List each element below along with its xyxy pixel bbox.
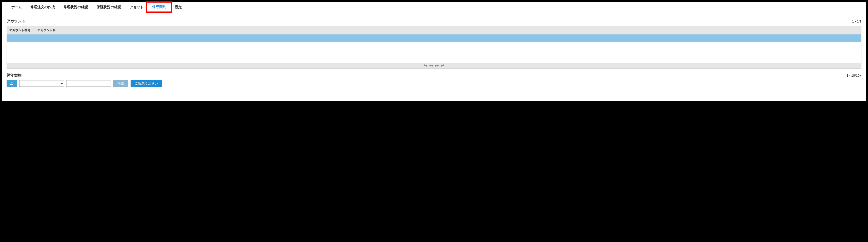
pager-last-icon[interactable]: ▶I [441,64,444,67]
nav-create-repair-order[interactable]: 修理注文の作成 [26,3,59,12]
nav-repair-status[interactable]: 修理状況の確認 [59,3,92,12]
nav-warranty-status[interactable]: 保証状況の確認 [92,3,125,12]
contract-toolbar: 検索 ご留意ください [7,80,861,87]
account-table: アカウント番号 アカウント名 I◀ ◀◀ ▶▶ ▶I [7,26,861,69]
nav-settings[interactable]: 設定 [170,3,186,12]
account-section-title: アカウント [7,19,25,24]
search-input[interactable] [66,80,111,87]
pager-prev-icon[interactable]: ◀◀ [429,64,433,67]
account-page-range: 1 - 1/1 [852,20,861,23]
cell-account-name [35,34,861,42]
nav-home[interactable]: ホーム [7,3,26,12]
download-icon [10,81,13,86]
filter-select[interactable] [19,80,64,87]
account-col-name[interactable]: アカウント名 [35,26,861,34]
pager-first-icon[interactable]: I◀ [424,64,427,67]
top-nav: ホーム 修理注文の作成 修理状況の確認 保証状況の確認 アセット 保守契約 設定 [2,2,866,12]
nav-maintenance-contract[interactable]: 保守契約 [148,2,170,12]
note-button[interactable]: ご留意ください [131,80,162,87]
pager-next-icon[interactable]: ▶▶ [435,64,439,67]
download-button[interactable] [7,80,17,87]
account-col-number[interactable]: アカウント番号 [7,26,35,34]
nav-asset[interactable]: アセット [125,3,148,12]
contract-page-range: 1 - 10/10+ [847,74,861,77]
cell-account-number [7,34,35,42]
account-pager: I◀ ◀◀ ▶▶ ▶I [7,63,861,68]
search-button[interactable]: 検索 [113,80,128,87]
table-row[interactable] [7,34,861,42]
contract-section-title: 保守契約 [7,73,22,78]
